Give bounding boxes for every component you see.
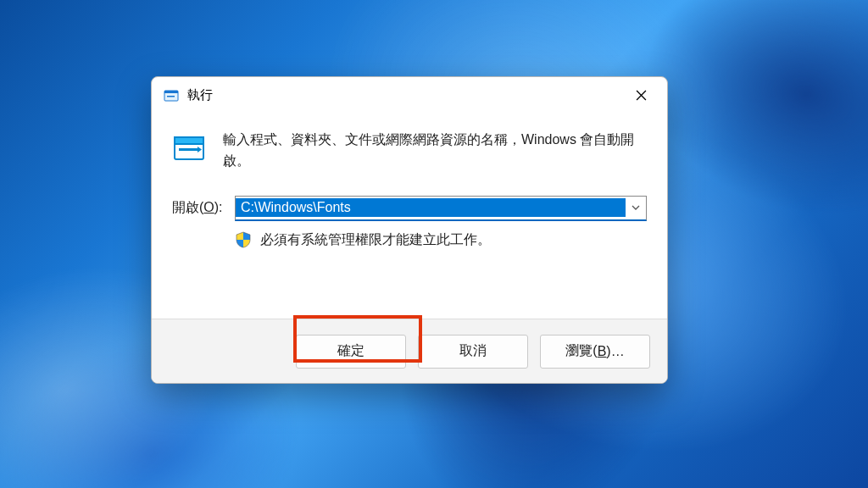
close-button[interactable] bbox=[621, 83, 660, 108]
dialog-description: 輸入程式、資料夾、文件或網際網路資源的名稱，Windows 會自動開啟。 bbox=[223, 130, 647, 172]
path-combobox[interactable]: C:\Windows\Fonts bbox=[235, 196, 647, 221]
cancel-button[interactable]: 取消 bbox=[418, 335, 528, 369]
path-input-value[interactable]: C:\Windows\Fonts bbox=[236, 198, 626, 217]
button-bar: 確定 取消 瀏覽(B)… bbox=[152, 319, 667, 383]
dialog-title: 執行 bbox=[187, 87, 213, 103]
run-prompt-icon bbox=[172, 131, 206, 165]
svg-rect-5 bbox=[179, 148, 198, 151]
titlebar[interactable]: 執行 bbox=[152, 77, 667, 114]
chevron-down-icon[interactable] bbox=[626, 197, 646, 219]
run-dialog: 執行 輸入程式、資料夾、文件或網際網路資源的名稱，Windows 會自動開啟。 … bbox=[151, 76, 668, 384]
svg-rect-4 bbox=[175, 137, 203, 144]
dialog-body: 輸入程式、資料夾、文件或網際網路資源的名稱，Windows 會自動開啟。 開啟(… bbox=[152, 114, 667, 319]
browse-button[interactable]: 瀏覽(B)… bbox=[540, 335, 650, 369]
uac-shield-icon bbox=[235, 231, 252, 248]
run-dialog-icon bbox=[164, 88, 179, 103]
ok-button[interactable]: 確定 bbox=[296, 335, 406, 369]
svg-rect-2 bbox=[167, 96, 175, 97]
open-label: 開啟(O): bbox=[172, 199, 226, 217]
admin-notice: 必須有系統管理權限才能建立此工作。 bbox=[260, 231, 491, 249]
svg-rect-1 bbox=[164, 91, 178, 93]
